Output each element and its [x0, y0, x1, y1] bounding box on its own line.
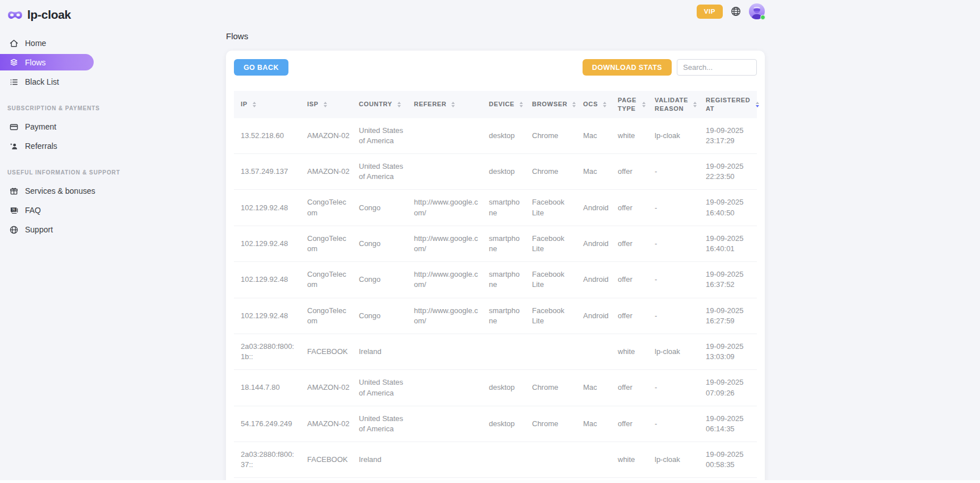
cell-device: smartphone	[482, 190, 525, 226]
cell-ocs: Android	[576, 190, 611, 226]
sidebar-nav: Home Flows Black List SUBSCRIPTI	[0, 34, 105, 239]
cell-country: Ireland	[352, 334, 407, 369]
column-header[interactable]: PAGE TYPE	[611, 91, 648, 118]
sidebar-item-black-list[interactable]: Black List	[0, 72, 105, 91]
cell-registered-at: 19-09-2025 13:03:09	[699, 334, 757, 369]
cell-browser: Chrome	[525, 406, 576, 442]
cell-device: desktop	[482, 406, 525, 442]
cell-validate-reason: -	[648, 190, 699, 226]
table-row: 102.129.92.48 CongoTelecom Congo http://…	[234, 190, 757, 226]
sort-icon	[642, 102, 646, 107]
cell-browser: Chrome	[525, 118, 576, 154]
sidebar-item-label: Payment	[25, 122, 56, 131]
sidebar-item-label: Support	[25, 225, 53, 234]
cell-page-type: white	[611, 334, 648, 369]
cell-ip: 102.129.92.48	[234, 190, 300, 226]
main-content: Flows GO BACK DOWNLOAD STATS IP	[226, 0, 765, 483]
table-row: 2a03:2880:f800:1b:: FACEBOOK Ireland whi…	[234, 334, 757, 369]
cell-device: smartphone	[482, 298, 525, 334]
column-header[interactable]: IP	[234, 91, 300, 118]
cell-device: desktop	[482, 154, 525, 190]
column-header[interactable]: BROWSER	[525, 91, 576, 118]
download-stats-button[interactable]: DOWNLOAD STATS	[583, 59, 672, 76]
cell-validate-reason: -	[648, 370, 699, 406]
sidebar-item-services-bonuses[interactable]: Services & bonuses	[0, 181, 105, 201]
cell-referer	[407, 334, 482, 369]
sort-icon	[603, 102, 606, 107]
cell-page-type: offer	[611, 154, 648, 190]
flows-card: GO BACK DOWNLOAD STATS IP ISP	[226, 51, 765, 483]
sidebar-item-faq[interactable]: ?! FAQ	[0, 201, 105, 220]
cell-browser: Facebook Lite	[525, 298, 576, 334]
cell-browser: Facebook Lite	[525, 262, 576, 298]
cell-registered-at: 19-09-2025 16:27:59	[699, 298, 757, 334]
cell-page-type: offer	[611, 226, 648, 261]
sidebar-item-referrals[interactable]: Referrals	[0, 136, 105, 156]
cell-page-type: offer	[611, 406, 648, 442]
cell-country: United States of America	[352, 406, 407, 442]
cell-ip: 18.144.7.80	[234, 370, 300, 406]
sidebar-item-label: FAQ	[25, 206, 41, 215]
cell-browser: Chrome	[525, 370, 576, 406]
cell-ocs: Android	[576, 298, 611, 334]
cell-device: desktop	[482, 370, 525, 406]
home-icon	[9, 38, 19, 48]
bottom-strip	[0, 480, 980, 483]
cell-validate-reason: lp-cloak	[648, 334, 699, 369]
cell-ip: 54.176.249.249	[234, 406, 300, 442]
cell-page-type: offer	[611, 262, 648, 298]
column-header[interactable]: REFERER	[407, 91, 482, 118]
cell-page-type: offer	[611, 298, 648, 334]
sidebar-item-label: Services & bonuses	[25, 186, 95, 195]
cell-referer: http://www.google.com/	[407, 226, 482, 261]
table-row: 13.52.218.60 AMAZON-02 United States of …	[234, 118, 757, 154]
cell-registered-at: 19-09-2025 06:14:35	[699, 406, 757, 442]
cell-isp: AMAZON-02	[300, 406, 352, 442]
sidebar: lp-cloak Home Flows	[0, 0, 105, 239]
column-header[interactable]: ISP	[300, 91, 352, 118]
cell-ip: 13.57.249.137	[234, 154, 300, 190]
cell-browser	[525, 334, 576, 369]
column-header[interactable]: OCS	[576, 91, 611, 118]
cell-ip: 102.129.92.48	[234, 298, 300, 334]
cell-device: smartphone	[482, 262, 525, 298]
cell-page-type: offer	[611, 190, 648, 226]
cell-ocs: Android	[576, 226, 611, 261]
flows-table-body: 13.52.218.60 AMAZON-02 United States of …	[234, 118, 757, 478]
column-header[interactable]: VALIDATE REASON	[648, 91, 699, 118]
cell-ocs: Mac	[576, 406, 611, 442]
cell-referer: http://www.google.com/	[407, 190, 482, 226]
cell-ocs: Android	[576, 262, 611, 298]
flows-icon	[9, 57, 19, 68]
cell-country: United States of America	[352, 118, 407, 154]
table-row: 13.57.249.137 AMAZON-02 United States of…	[234, 154, 757, 190]
search-input[interactable]	[677, 59, 757, 76]
cell-ocs	[576, 442, 611, 478]
support-icon	[9, 224, 19, 235]
sort-icon	[253, 102, 256, 107]
cell-registered-at: 19-09-2025 22:23:50	[699, 154, 757, 190]
cell-referer: http://www.google.com/	[407, 262, 482, 298]
cell-ocs: Mac	[576, 370, 611, 406]
sidebar-item-payment[interactable]: Payment	[0, 117, 105, 136]
sidebar-item-home[interactable]: Home	[0, 34, 105, 53]
mask-logo-icon	[7, 10, 23, 20]
cell-registered-at: 19-09-2025 16:37:52	[699, 262, 757, 298]
go-back-button[interactable]: GO BACK	[234, 59, 288, 76]
cell-ocs: Mac	[576, 118, 611, 154]
sidebar-item-label: Referrals	[25, 141, 57, 151]
column-header[interactable]: REGISTERED AT	[699, 91, 757, 118]
cell-registered-at: 19-09-2025 16:40:01	[699, 226, 757, 261]
column-header[interactable]: COUNTRY	[352, 91, 407, 118]
flows-table-head-row: IP ISP COUNTRY REFERER DEVICE	[234, 91, 757, 118]
sidebar-item-flows[interactable]: Flows	[0, 54, 94, 70]
cell-isp: AMAZON-02	[300, 154, 352, 190]
cell-referer: http://www.google.com/	[407, 298, 482, 334]
sidebar-item-support[interactable]: Support	[0, 220, 105, 239]
cell-device	[482, 334, 525, 369]
cell-ip: 2a03:2880:f800:37::	[234, 442, 300, 478]
cell-isp: CongoTelecom	[300, 298, 352, 334]
brand-logo[interactable]: lp-cloak	[0, 6, 105, 24]
cell-browser: Chrome	[525, 154, 576, 190]
column-header[interactable]: DEVICE	[482, 91, 525, 118]
